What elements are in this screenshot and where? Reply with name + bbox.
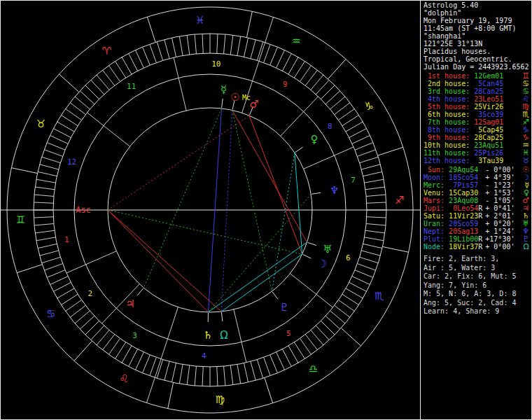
planet-label: Venu: [424,189,444,197]
planet-velocity: + 0°00' [485,243,514,251]
stat-mnad: M: 5, N: 6, A: 3, D: 8 [421,290,532,299]
degree-tick [365,230,385,233]
degree-tick [150,44,157,62]
house-number-5: 5 [286,329,291,338]
degree-tick [85,321,99,335]
planet-velocity: + 0°41' [485,204,514,212]
degree-tick [342,294,359,304]
degree-tick [38,172,57,176]
house-cusp-value: 25Vir26 [474,103,503,111]
retrograde-flag: R [478,243,482,251]
sign-boundary [74,341,92,360]
degree-tick [342,115,359,126]
planet-label: Sun: [424,166,444,174]
aspect-line [108,210,208,312]
house-cusp-value: 25Pis26 [474,149,503,157]
degree-tick [270,47,278,65]
house-number-9: 9 [283,80,288,89]
house-number-11: 11 [127,82,136,91]
sign-boundary [147,17,155,42]
aspect-line [108,210,221,312]
retrograde-flag [478,220,482,227]
house-label: 9th house: [424,134,470,141]
zodiac-system: Tropical, Geocentric. [421,55,532,63]
planet-velocity: + 4°39' [485,174,514,181]
planet-row: Nept:20Sag13 + 1°24'♆ [421,227,532,235]
degree-tick [164,361,169,380]
degree-tick [129,53,138,71]
house-number-3: 3 [132,331,137,340]
app-title: Astrolog 5.40 [421,1,532,9]
planet-position-value: 20Sag13 [449,227,478,235]
glyph-pointer [137,288,143,295]
zodiac-sign-icon-aries: ♈ [102,45,111,57]
house-row: 9th house:28Cap25♑ [421,134,532,141]
degree-tick [143,47,150,65]
degree-tick [300,66,311,82]
sign-boundary [59,74,78,92]
degree-tick [35,230,55,233]
house-row: 2nd house: 5Can45♋ [421,80,532,88]
wheel-glyph-uranus: ♅ [323,243,332,255]
wheel-glyph-jupiter: ♃ [125,298,134,310]
degree-tick [42,157,61,162]
degree-tick [294,342,304,359]
degree-tick [97,330,109,345]
planet-position-value: 18Vir37 [449,243,478,251]
degree-tick [164,40,169,59]
planet-position-value: 18Sco54 [449,174,478,181]
degree-tick [195,366,196,386]
degree-tick [50,276,68,285]
house-label: 4th house: [424,95,470,103]
degree-tick [38,244,57,248]
chart-coordinates: 121°25E 31°13N [421,40,532,48]
degree-tick [366,195,386,196]
degree-tick [326,91,340,104]
degree-tick [47,143,65,150]
glyph-pointer [295,147,303,152]
degree-tick [136,352,144,370]
glyph-pointer [312,192,321,194]
degree-tick [349,129,367,138]
retrograde-flag [478,181,482,189]
planet-row: Merc: 7Pis57 - 1°23'☿ [421,181,532,189]
degree-tick [195,34,196,54]
planet-velocity: - 1°23' [485,181,514,189]
planet-row: Sun:29Aqu54 - 0°00'☉ [421,166,532,174]
house-row: 7th house:12Sag01♐ [421,118,532,126]
degree-tick [42,257,61,262]
planet-row: Plut:19Lib00R+17°30'♇ [421,235,532,243]
degree-tick [237,365,241,384]
degree-tick [103,335,115,350]
sign-boundary [11,168,37,174]
planet-position-value: 29Aqu54 [449,166,478,174]
zodiac-sign-icon-libra: ♎ [309,363,318,375]
degree-tick [136,50,144,68]
degree-tick [316,80,329,94]
house-cusp-list: 1st house:12Gem01♊ 2nd house: 5Can45♋ 3r… [421,72,532,164]
sign-boundary [378,147,403,155]
house-cusp-line [281,97,318,136]
house-label: 10th house: [424,141,470,149]
degree-tick [288,57,298,74]
house-row: 11th house:25Pis26♓ [421,149,532,157]
planet-label: Satu: [424,212,444,220]
planet-velocity: +17°30' [485,235,514,243]
house-system: Placidus houses. [421,48,532,55]
degree-tick [326,316,340,329]
degree-tick [355,143,373,150]
house-label: 1st house: [424,72,470,80]
house-label: 12th house: [424,157,470,164]
house-number-10: 10 [211,59,220,69]
degree-tick [237,36,241,56]
house-number-4: 4 [202,351,206,360]
zodiac-sign-icon: ♉ [522,157,529,164]
degree-tick [61,115,78,126]
degree-tick [172,38,176,57]
degree-tick [357,150,375,157]
degree-tick [361,164,380,169]
wheel-glyph-moon: ☽ [318,258,327,270]
house-label: 5th house: [424,103,470,111]
degree-tick [330,311,345,323]
zodiac-sign-icon-gemini: ♊ [16,214,25,226]
